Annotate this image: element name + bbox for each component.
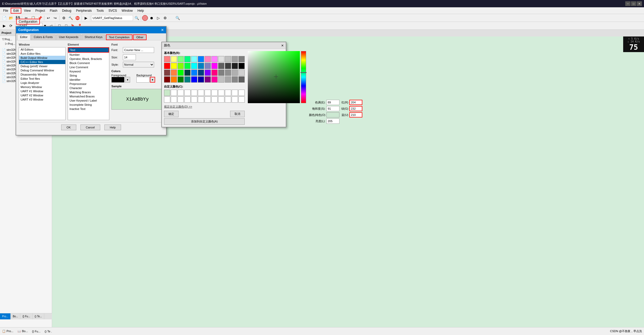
color-cell[interactable] [184, 63, 191, 69]
element-item-number[interactable]: Number [68, 53, 109, 57]
color-cell[interactable] [184, 70, 191, 76]
custom-color-cell-18[interactable] [198, 96, 204, 103]
color-cell[interactable] [205, 76, 211, 83]
custom-color-cell-13[interactable] [164, 96, 170, 103]
custom-color-cell-22[interactable] [225, 96, 231, 103]
element-item-mismatched[interactable]: Mismatched Braces [68, 94, 109, 98]
color-ok-button[interactable]: 确定 [164, 111, 179, 117]
color-cell[interactable] [178, 70, 184, 76]
custom-color-cell-8[interactable] [211, 90, 218, 96]
color-cell[interactable] [171, 56, 177, 62]
color-cell[interactable] [184, 76, 191, 83]
color-cell[interactable] [205, 70, 211, 76]
color-cell[interactable] [164, 63, 170, 69]
define-custom-button[interactable]: 规定自定义颜色(D) >> [164, 105, 245, 109]
custom-color-cell-24[interactable] [238, 96, 245, 103]
custom-color-cell-23[interactable] [232, 96, 238, 103]
element-item-identifier[interactable]: Identifier [68, 78, 109, 82]
color-cell[interactable] [171, 70, 177, 76]
element-item-character[interactable]: Character [68, 86, 109, 90]
help-button[interactable]: Help [104, 125, 121, 130]
background-dropdown[interactable]: ▼ [150, 77, 155, 83]
custom-color-cell-15[interactable] [178, 96, 184, 103]
hue-input[interactable] [326, 100, 339, 105]
dialog-tab-colors[interactable]: Colors & Fonts [31, 34, 56, 40]
custom-color-cell-21[interactable] [218, 96, 224, 103]
custom-color-cell-17[interactable] [191, 96, 197, 103]
window-item-all-editors[interactable]: All Editors [19, 47, 65, 52]
custom-color-cell-6[interactable] [198, 90, 204, 96]
element-item-preprocessor[interactable]: Preprocessor [68, 82, 109, 86]
font-size-input[interactable] [123, 54, 136, 60]
color-cell[interactable] [211, 70, 218, 76]
color-cell[interactable] [198, 70, 204, 76]
color-cell[interactable] [218, 70, 224, 76]
window-item-debug-cmd[interactable]: Debug Command Window [19, 68, 65, 72]
element-item-string[interactable]: String [68, 73, 109, 78]
element-item-matching-braces[interactable]: Matching Braces [68, 90, 109, 94]
window-list[interactable]: All Editors Asm Editor files Build Outpu… [19, 47, 66, 120]
green-input[interactable] [349, 106, 362, 111]
cancel-button[interactable]: Cancel [80, 125, 100, 130]
add-custom-button[interactable]: 添加到自定义颜色(A) [164, 118, 245, 125]
custom-color-cell-20[interactable] [211, 96, 218, 103]
window-item-uart2[interactable]: UART #2 Window [19, 93, 65, 97]
color-cell[interactable] [191, 56, 197, 62]
window-item-disassembly[interactable]: Disassembly Window [19, 72, 65, 77]
font-name-input[interactable] [123, 47, 154, 53]
dialog-tab-shortcut[interactable]: Shortcut Keys [82, 34, 105, 40]
font-style-select[interactable]: Normal Bold Italic [123, 62, 154, 67]
color-cell[interactable] [178, 56, 184, 62]
color-cell[interactable] [232, 56, 238, 62]
element-list[interactable]: Text Number Operator, Block, Brackets Bl… [68, 47, 109, 120]
lum-input[interactable] [326, 119, 339, 124]
color-cell[interactable] [205, 63, 211, 69]
dialog-tab-user-keywords[interactable]: User Keywords [56, 34, 81, 40]
window-item-asm[interactable]: Asm Editor files [19, 52, 65, 56]
color-cell[interactable] [238, 70, 245, 76]
ok-button[interactable]: OK [61, 125, 76, 130]
color-cell[interactable] [232, 76, 238, 83]
color-cell[interactable] [238, 56, 245, 62]
color-cell[interactable] [164, 56, 170, 62]
color-cell[interactable] [164, 76, 170, 83]
custom-color-cell-7[interactable] [205, 90, 211, 96]
element-item-block-comment[interactable]: Block Comment [68, 61, 109, 65]
color-cell[interactable] [178, 63, 184, 69]
blue-input[interactable] [349, 112, 362, 117]
color-cell[interactable] [232, 63, 238, 69]
custom-color-cell-2[interactable] [171, 90, 177, 96]
custom-color-cell-3[interactable] [178, 90, 184, 96]
dialog-close-button[interactable]: ✕ [161, 28, 164, 32]
color-cell[interactable] [191, 63, 197, 69]
color-cell[interactable] [171, 76, 177, 83]
window-item-uart3[interactable]: UART #3 Window [19, 97, 65, 102]
foreground-dropdown[interactable]: ▼ [125, 77, 130, 83]
foreground-color-box[interactable] [111, 77, 124, 83]
custom-color-cell-16[interactable] [184, 96, 191, 103]
background-color-box[interactable] [136, 77, 149, 83]
color-cell[interactable] [191, 76, 197, 83]
element-item-text[interactable]: Text [68, 47, 109, 53]
element-item-keyword[interactable]: Keyword [68, 69, 109, 73]
element-item-incomplete[interactable]: Incomplete String [68, 103, 109, 107]
color-cell[interactable] [198, 56, 204, 62]
element-item-line-comment[interactable]: Line Comment [68, 65, 109, 69]
color-cell[interactable] [198, 76, 204, 83]
sat-input[interactable] [326, 106, 339, 111]
config-tab-badge[interactable]: Configuration [16, 19, 40, 24]
window-item-cpp[interactable]: C/C++ Editor files [19, 60, 65, 64]
red-input[interactable] [349, 100, 362, 105]
color-cell[interactable] [171, 63, 177, 69]
window-item-build[interactable]: Build Output Window [19, 56, 65, 60]
color-cell[interactable] [178, 76, 184, 83]
dialog-tab-other[interactable]: Other [133, 34, 147, 40]
element-item-user-keyword[interactable]: User Keyword / Label [68, 98, 109, 103]
color-cell[interactable] [198, 63, 204, 69]
element-item-operator[interactable]: Operator, Block, Brackets [68, 57, 109, 61]
window-item-editor-text[interactable]: Editor Text files [19, 77, 65, 81]
color-cell[interactable] [225, 56, 231, 62]
window-item-memory[interactable]: Memory Window [19, 85, 65, 89]
color-cell[interactable] [218, 56, 224, 62]
color-cell[interactable] [238, 63, 245, 69]
